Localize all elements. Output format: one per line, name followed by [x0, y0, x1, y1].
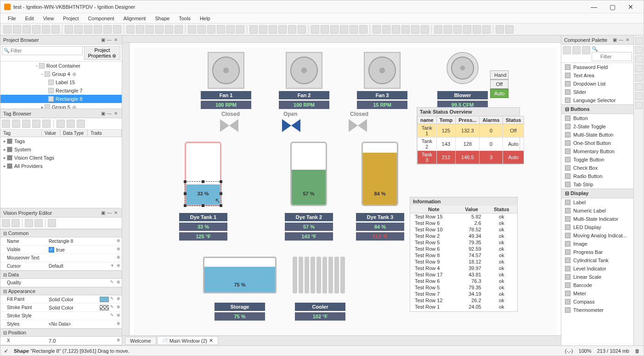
- bind-icon[interactable]: ⊕: [115, 296, 122, 303]
- panel-dock-icon[interactable]: ▣: [611, 37, 618, 42]
- minimize-button[interactable]: —: [585, 3, 603, 11]
- panel-dock-icon[interactable]: ▣: [100, 37, 106, 42]
- palette-view-icon[interactable]: [563, 46, 571, 54]
- tab-welcome[interactable]: Welcome: [125, 337, 156, 345]
- toolbar-button[interactable]: [259, 25, 267, 34]
- toolbar-button[interactable]: [382, 25, 390, 34]
- tag-tool-icon[interactable]: [12, 120, 20, 128]
- rail-tool[interactable]: [635, 92, 643, 100]
- status-gc-icon[interactable]: 🗑: [635, 348, 640, 354]
- palette-item[interactable]: Slider: [561, 88, 633, 96]
- palette-item[interactable]: Password Field: [561, 63, 633, 71]
- bind-icon[interactable]: ⊕: [115, 304, 122, 311]
- toolbar-button[interactable]: [401, 25, 410, 34]
- auto-button[interactable]: Auto: [490, 89, 508, 98]
- palette-item[interactable]: Button: [561, 114, 633, 122]
- prop-styles-value[interactable]: <No Data>: [49, 322, 115, 327]
- toolbar-button[interactable]: [288, 25, 296, 34]
- tag-header-datatype[interactable]: Data Type: [60, 130, 88, 137]
- toolbar-button[interactable]: [350, 25, 358, 34]
- menu-file[interactable]: File: [3, 15, 21, 22]
- rail-tool[interactable]: [635, 65, 643, 72]
- toolbar-button[interactable]: [463, 25, 471, 34]
- palette-item[interactable]: LED Display: [561, 223, 633, 231]
- toolbar-button[interactable]: [65, 25, 73, 34]
- palette-view-icon[interactable]: [572, 46, 581, 54]
- section-common[interactable]: ⊟ Common: [0, 229, 122, 237]
- palette-item[interactable]: Label: [561, 198, 633, 207]
- maximize-button[interactable]: ▢: [603, 3, 621, 11]
- palette-item[interactable]: Radio Button: [561, 172, 633, 180]
- toolbar-button[interactable]: [155, 25, 164, 34]
- palette-section-display[interactable]: ⊟ Display: [561, 189, 633, 198]
- tag-tool-icon[interactable]: [56, 120, 65, 128]
- toolbar-button[interactable]: [94, 25, 102, 34]
- panel-dock-icon[interactable]: ▣: [100, 210, 106, 215]
- toolbar-button[interactable]: [32, 25, 40, 34]
- palette-item[interactable]: Moving Analog Indicat...: [561, 231, 633, 240]
- rail-tool[interactable]: [635, 102, 643, 109]
- tree-item[interactable]: −Group 4 ⊕: [0, 70, 122, 78]
- project-browser-filter[interactable]: [2, 46, 83, 55]
- toolbar-button[interactable]: [3, 25, 11, 34]
- panel-close-icon[interactable]: ✕: [113, 111, 119, 116]
- palette-item[interactable]: Level Indicator: [561, 264, 633, 273]
- rail-tool[interactable]: [635, 83, 643, 91]
- hand-button[interactable]: Hand: [490, 70, 508, 80]
- palette-item[interactable]: Toggle Button: [561, 155, 633, 164]
- toolbar-button[interactable]: [278, 25, 287, 34]
- toolbar-button[interactable]: [249, 25, 258, 34]
- toolbar-button[interactable]: [482, 25, 491, 34]
- menu-project[interactable]: Project: [58, 15, 83, 22]
- tag-tool-icon[interactable]: [2, 120, 10, 128]
- palette-item[interactable]: Meter: [561, 289, 633, 298]
- bind-icon[interactable]: ⊕: [115, 238, 122, 245]
- rail-tool[interactable]: [635, 74, 643, 81]
- toolbar-button[interactable]: [136, 25, 144, 34]
- palette-item[interactable]: Linear Scale: [561, 273, 633, 281]
- palette-item[interactable]: Multi-State Button: [561, 131, 633, 139]
- bind-icon[interactable]: ⊕: [115, 313, 122, 319]
- section-data[interactable]: ⊟ Data: [0, 270, 122, 279]
- tag-header-tag[interactable]: Tag: [0, 130, 42, 137]
- toolbar-button[interactable]: [126, 25, 135, 34]
- tag-folder[interactable]: ▸ All Providers: [0, 162, 122, 170]
- tag-tool-icon[interactable]: [22, 120, 30, 128]
- toolbar-button[interactable]: [198, 25, 206, 34]
- menu-edit[interactable]: Edit: [21, 15, 39, 22]
- toolbar-button[interactable]: [51, 25, 60, 34]
- prop-tool-icon[interactable]: [11, 219, 20, 227]
- palette-item[interactable]: 2-State Toggle: [561, 122, 633, 131]
- palette-filter[interactable]: [592, 52, 632, 61]
- tank[interactable]: 57 %: [290, 142, 327, 206]
- tree-item[interactable]: ▸Group 5 ⊕: [0, 103, 122, 109]
- toolbar-button[interactable]: [188, 25, 196, 34]
- toolbar-button[interactable]: [113, 25, 121, 34]
- toolbar-button[interactable]: [165, 25, 173, 34]
- stroke-swatch[interactable]: [100, 305, 109, 310]
- panel-close-icon[interactable]: ✕: [113, 210, 119, 215]
- toolbar-button[interactable]: [175, 25, 183, 34]
- palette-item[interactable]: Image: [561, 240, 633, 248]
- design-canvas[interactable]: Fan 1100 RPMFan 2100 RPMFan 315 RPMBlowe…: [130, 43, 561, 335]
- toolbar-button[interactable]: [74, 25, 83, 34]
- bind-icon[interactable]: ⊕: [115, 263, 122, 270]
- toolbar-button[interactable]: [42, 25, 50, 34]
- tag-folder[interactable]: ▸ System: [0, 145, 122, 154]
- menu-help[interactable]: Help: [195, 15, 215, 22]
- bind-icon[interactable]: ⊕: [115, 247, 122, 253]
- toolbar-button[interactable]: [23, 25, 31, 34]
- toolbar-button[interactable]: [496, 25, 504, 34]
- prop-visible-value[interactable]: true: [49, 247, 115, 253]
- menu-view[interactable]: View: [39, 15, 59, 22]
- toolbar-button[interactable]: [207, 25, 215, 34]
- tag-tool-icon[interactable]: [67, 120, 75, 128]
- toolbar-button[interactable]: [359, 25, 367, 34]
- bind-icon[interactable]: ⊕: [115, 321, 122, 327]
- palette-item[interactable]: Cylindrical Tank: [561, 256, 633, 264]
- status-overview-table[interactable]: Tank Status OverviewnameTempPress...Alar…: [417, 107, 520, 165]
- palette-item[interactable]: Tab Strip: [561, 180, 633, 189]
- prop-tool-icon[interactable]: [2, 219, 10, 227]
- toolbar-button[interactable]: [84, 25, 92, 34]
- prop-x-value[interactable]: 7.0: [49, 338, 115, 344]
